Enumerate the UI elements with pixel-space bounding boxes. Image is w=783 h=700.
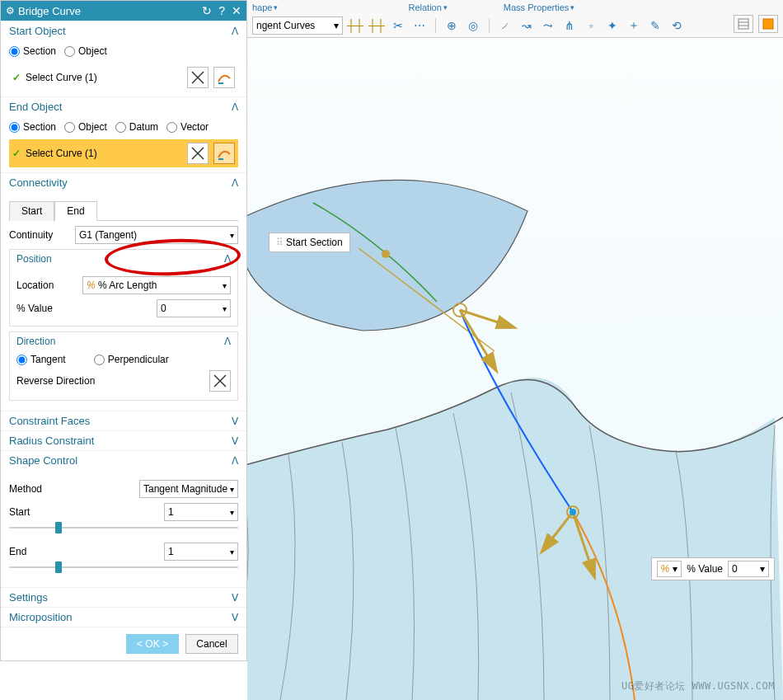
section-settings[interactable]: Settings ᐯ (1, 587, 246, 607)
menu-shape[interactable]: hape▾ (252, 2, 278, 12)
section-constraint-faces[interactable]: Constraint Faces ᐯ (1, 411, 246, 430)
section-end-object[interactable]: End Object ᐱ (1, 96, 246, 116)
reverse-direction-button[interactable] (209, 370, 231, 392)
start-magnitude-slider[interactable] (9, 521, 238, 534)
close-icon[interactable]: ✕ (232, 5, 241, 16)
tb-icon-1[interactable]: ┼┼ (346, 16, 364, 35)
select-start-curve[interactable]: ✓ Select Curve (1) (9, 63, 238, 92)
right-toolbar (734, 15, 778, 33)
help-icon[interactable]: ? (218, 5, 225, 16)
select-end-curve[interactable]: ✓ Select Curve (1) (9, 139, 238, 167)
section-microposition[interactable]: Microposition ᐯ (1, 607, 246, 627)
radio-section[interactable]: Section (9, 45, 56, 57)
hud-mode-combo[interactable]: % ▾ (657, 561, 682, 577)
chevron-up-icon: ᐱ (224, 336, 231, 347)
start-object-type: Section Object (9, 45, 238, 57)
reverse-dir-icon[interactable] (187, 143, 209, 164)
continuity-combo[interactable]: G1 (Tangent)▾ (75, 226, 238, 244)
svg-point-10 (382, 250, 390, 258)
gear-icon[interactable]: ⚙ (6, 5, 15, 16)
chevron-up-icon: ᐱ (232, 455, 238, 467)
chevron-down-icon: ᐯ (232, 612, 238, 623)
radio-section[interactable]: Section (9, 121, 56, 133)
percent-value-label: % Value (16, 303, 82, 314)
sketch-icon-3[interactable]: ⤳ (539, 16, 557, 35)
radio-object[interactable]: Object (64, 45, 107, 57)
sketch-icon-1[interactable]: ⟋ (496, 16, 514, 35)
sketch-icon-7[interactable]: ＋ (625, 16, 643, 35)
sketch-icon-8[interactable]: ✎ (646, 16, 664, 35)
tab-end[interactable]: End (54, 201, 96, 221)
sketch-icon-5[interactable]: ◦ (582, 16, 600, 35)
location-label: Location (16, 280, 82, 291)
grip-icon[interactable]: ⠿ (276, 237, 283, 248)
start-section-label: Start Section (286, 237, 343, 248)
chevron-up-icon: ᐱ (232, 26, 238, 37)
section-shape-control[interactable]: Shape Control ᐱ (1, 450, 246, 470)
scissors-icon[interactable]: ✂ (389, 16, 407, 35)
ribbon-tabs: hape▾ Relation▾ Mass Properties▾ (247, 0, 783, 15)
end-magnitude-input[interactable]: 1▾ (164, 543, 238, 561)
sketch-icon-2[interactable]: ↝ (518, 16, 536, 35)
tb-icon-2[interactable]: ┼┼ (368, 16, 386, 35)
caret-down-icon: ▾ (230, 231, 234, 240)
radio-tangent[interactable]: Tangent (16, 354, 66, 365)
section-start-object[interactable]: Start Object ᐱ (1, 21, 246, 40)
location-combo[interactable]: % % Arc Length ▾ (82, 276, 231, 294)
percent-value-hud[interactable]: % ▾ % Value 0▾ (651, 557, 775, 580)
sketch-icon-9[interactable]: ⟲ (668, 16, 686, 35)
cancel-button[interactable]: Cancel (185, 634, 238, 654)
end-magnitude-slider[interactable] (9, 561, 238, 574)
start-section-tag[interactable]: ⠿ Start Section (269, 233, 350, 252)
radio-vector[interactable]: Vector (166, 121, 209, 133)
separator (435, 18, 436, 33)
menu-relation[interactable]: Relation▾ (408, 2, 447, 12)
radio-datum[interactable]: Datum (115, 121, 158, 133)
position-header[interactable]: Positionᐱ (10, 250, 237, 268)
sketch-icon-6[interactable]: ✦ (603, 16, 621, 35)
section-connectivity[interactable]: Connectivity ᐱ (1, 172, 246, 192)
circle-icon[interactable]: ◎ (464, 16, 482, 35)
circle-plus-icon[interactable]: ⊕ (443, 16, 461, 35)
graphics-viewport[interactable]: ⠿ Start Section % ▾ % Value 0▾ (247, 38, 783, 700)
position-group: Positionᐱ Location % % Arc Length ▾ % Va… (9, 249, 238, 327)
connectivity-tabs: Start End (9, 200, 238, 221)
caret-down-icon: ▾ (223, 304, 227, 313)
sheet-icon[interactable] (734, 15, 753, 33)
svg-rect-0 (738, 19, 748, 29)
tab-start[interactable]: Start (9, 201, 54, 221)
tool-icon[interactable] (758, 15, 778, 33)
reverse-dir-icon[interactable] (187, 67, 209, 88)
sketch-curve-icon[interactable] (213, 143, 235, 164)
sketch-icon-4[interactable]: ⋔ (560, 16, 579, 35)
reverse-direction-label: Reverse Direction (16, 375, 209, 387)
method-combo[interactable]: Tangent Magnitude▾ (139, 480, 238, 498)
svg-point-12 (570, 509, 576, 515)
sketch-curve-icon[interactable] (213, 67, 235, 88)
chevron-up-icon: ᐱ (224, 253, 231, 265)
percent-value-input[interactable]: 0▾ (157, 299, 231, 317)
bridge-curve-dialog: ⚙ Bridge Curve ↻ ? ✕ Start Object ᐱ Sect… (0, 0, 247, 661)
hud-percent-value[interactable]: 0▾ (728, 561, 769, 577)
start-slider-label: Start (9, 506, 75, 518)
hud-percent-label: % Value (687, 563, 723, 575)
caret-down-icon: ▾ (274, 3, 278, 12)
caret-down-icon: ▾ (334, 20, 339, 31)
caret-down-icon: ▾ (230, 485, 234, 494)
radio-perpendicular[interactable]: Perpendicular (94, 354, 169, 365)
chevron-down-icon: ᐯ (232, 435, 238, 447)
separator (489, 18, 490, 33)
dots-icon[interactable]: ⋯ (410, 16, 429, 35)
reset-icon[interactable]: ↻ (202, 5, 212, 16)
ribbon-toolbar: hape▾ Relation▾ Mass Properties▾ ngent C… (247, 0, 783, 38)
toolbar-row: ngent Curves▾ ┼┼ ┼┼ ✂ ⋯ ⊕ ◎ ⟋ ↝ ⤳ ⋔ ◦ ✦ … (247, 15, 783, 37)
check-icon: ✓ (12, 72, 21, 83)
menu-mass-properties[interactable]: Mass Properties▾ (504, 2, 574, 12)
curve-rule-combo[interactable]: ngent Curves▾ (252, 16, 343, 35)
direction-header[interactable]: Directionᐱ (10, 332, 237, 350)
caret-down-icon: ▾ (760, 563, 765, 575)
radio-object[interactable]: Object (64, 121, 107, 133)
ok-button[interactable]: < OK > (126, 634, 179, 654)
section-radius-constraint[interactable]: Radius Constraint ᐯ (1, 430, 246, 450)
start-magnitude-input[interactable]: 1▾ (164, 503, 238, 521)
